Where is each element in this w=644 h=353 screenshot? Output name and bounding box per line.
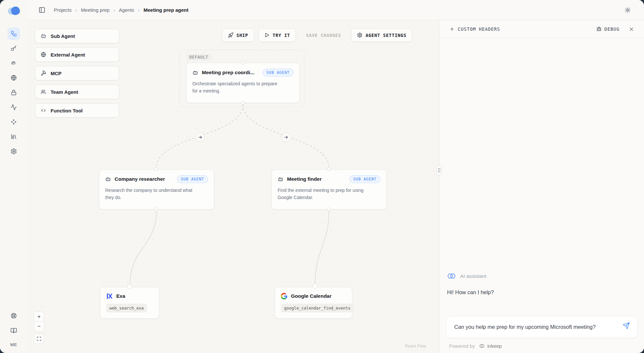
palette-item-mcp[interactable]: MCP <box>35 66 119 80</box>
node-handle[interactable] <box>154 208 158 211</box>
save-changes-button[interactable]: SAVE CHANGES <box>300 28 347 42</box>
node-description: Research the company to understand what … <box>105 187 194 201</box>
node-company-researcher[interactable]: Company researcher SUB AGENT Research th… <box>99 169 214 210</box>
rail-item-web[interactable] <box>8 72 20 84</box>
node-handle[interactable] <box>313 284 317 289</box>
try-it-button[interactable]: TRY IT <box>258 28 296 42</box>
breadcrumb-agents[interactable]: Agents <box>119 7 134 13</box>
chat-input-card: Can you help me prep for my upcoming Mic… <box>446 316 637 338</box>
palette-item-function-tool[interactable]: Function Tool <box>35 103 119 118</box>
node-handle[interactable] <box>327 208 330 211</box>
chat-input[interactable]: Can you help me prep for my upcoming Mic… <box>454 323 601 331</box>
node-exa-tool[interactable]: Exa web_search_exa <box>100 287 159 319</box>
bug-icon <box>596 26 602 32</box>
sub-agent-badge: SUB AGENT <box>177 175 208 183</box>
palette-item-label: Sub Agent <box>51 33 75 39</box>
send-button[interactable] <box>622 322 630 329</box>
breadcrumb-current: Meeting prep agent <box>143 7 188 13</box>
panel-resize-handle[interactable] <box>437 165 442 175</box>
debug-button[interactable]: DEBUG <box>596 26 620 32</box>
paper-plane-icon <box>622 322 630 329</box>
palette-item-label: External Agent <box>51 52 85 58</box>
chat-panel: CUSTOM HEADERS DEBUG <box>439 20 644 353</box>
scribble-icon <box>10 60 17 66</box>
google-logo-icon <box>281 293 287 299</box>
rail-item-library[interactable] <box>8 130 20 143</box>
code-icon <box>40 108 46 113</box>
palette-item-label: MCP <box>51 71 61 76</box>
node-description: Orchestrate specialized agents to prepar… <box>192 80 281 94</box>
edge-arrow-marker <box>196 133 205 142</box>
breadcrumb-meeting-prep[interactable]: Meeting prep <box>81 7 110 13</box>
book-open-icon <box>10 327 17 334</box>
node-title: Company researcher <box>115 176 165 182</box>
palette-item-label: Function Tool <box>51 108 83 113</box>
nav-rail: ME <box>0 0 27 353</box>
breadcrumb: Projects › Meeting prep › Agents › Meeti… <box>54 7 188 13</box>
user-avatar[interactable]: ME <box>10 342 17 347</box>
node-google-calendar-tool[interactable]: Google Calendar google_calendar_find_eve… <box>275 287 352 319</box>
flow-canvas[interactable]: Sub Agent External Agent MCP Team Agent <box>27 20 439 353</box>
zoom-in-button[interactable]: + <box>34 311 44 322</box>
palette-item-team-agent[interactable]: Team Agent <box>35 85 119 99</box>
assistant-header: AI assistant <box>446 272 637 280</box>
sub-agent-badge: SUB AGENT <box>349 175 380 183</box>
node-palette: Sub Agent External Agent MCP Team Agent <box>35 29 119 118</box>
breadcrumb-projects[interactable]: Projects <box>54 7 72 13</box>
tool-name-pill: web_search_exa <box>106 304 147 312</box>
rail-item-integrations[interactable] <box>8 116 20 128</box>
sub-agent-badge: SUB AGENT <box>263 69 294 76</box>
tool-name-pill: google_calendar_find_events <box>281 304 354 312</box>
play-icon <box>264 32 270 38</box>
rail-item-settings[interactable] <box>8 145 20 158</box>
inkeep-logo-icon <box>7 7 20 16</box>
inkeep-brand[interactable]: inkeep <box>487 343 502 349</box>
node-handle[interactable] <box>241 101 245 105</box>
ship-button[interactable]: SHIP <box>222 28 254 42</box>
node-handle[interactable] <box>241 61 245 64</box>
palette-item-sub-agent[interactable]: Sub Agent <box>35 29 119 43</box>
rail-item-activity[interactable] <box>8 101 20 113</box>
node-meeting-finder[interactable]: Meeting finder SUB AGENT Find the extern… <box>271 169 387 210</box>
node-handle[interactable] <box>127 284 132 289</box>
rail-item-graph[interactable] <box>8 27 20 40</box>
library-icon <box>10 133 17 140</box>
inkeep-assistant-icon <box>447 272 456 280</box>
node-handle[interactable] <box>154 167 158 171</box>
lock-icon <box>10 89 17 96</box>
node-title: Google Calendar <box>291 293 331 299</box>
rail-item-api-keys[interactable] <box>8 42 20 55</box>
react-flow-attribution: React Flow <box>405 344 426 348</box>
diamond-dots-icon <box>10 119 17 125</box>
rail-item-help[interactable] <box>8 310 20 322</box>
custom-headers-button[interactable]: CUSTOM HEADERS <box>449 26 500 32</box>
gear-icon <box>10 148 17 155</box>
globe-icon <box>10 75 17 81</box>
fit-view-button[interactable] <box>34 334 44 344</box>
node-title: Meeting finder <box>287 176 322 182</box>
node-title: Meeting prep coordi... <box>202 70 254 76</box>
bot-icon <box>40 33 46 39</box>
rail-item-docs[interactable] <box>8 324 20 337</box>
close-icon <box>629 26 634 32</box>
theme-toggle-sun-icon[interactable] <box>624 7 631 13</box>
assistant-label: AI assistant <box>460 273 486 279</box>
zoom-out-button[interactable]: − <box>34 322 44 332</box>
canvas-toolbar: SHIP TRY IT SAVE CHANGES AGENT SETTINGS <box>222 28 412 42</box>
node-handle[interactable] <box>327 167 330 171</box>
rail-item-security[interactable] <box>8 86 20 99</box>
palette-item-label: Team Agent <box>51 89 78 95</box>
node-meeting-prep-coordinator[interactable]: Meeting prep coordi... SUB AGENT Orchest… <box>186 63 300 103</box>
panel-left-icon <box>39 7 45 13</box>
powered-by-row: Powered by inkeep <box>446 343 637 349</box>
bot-icon <box>105 176 111 182</box>
agent-settings-button[interactable]: AGENT SETTINGS <box>351 28 412 42</box>
palette-item-external-agent[interactable]: External Agent <box>35 47 119 62</box>
gear-icon <box>357 32 362 38</box>
rail-item-traces[interactable] <box>8 57 20 69</box>
close-panel-button[interactable] <box>629 26 634 32</box>
sidebar-toggle-button[interactable] <box>39 7 45 13</box>
chat-area: AI assistant Hi! How can I help? Can you… <box>440 38 644 353</box>
inkeep-mark-icon <box>479 343 485 349</box>
exa-logo-icon <box>106 293 113 299</box>
